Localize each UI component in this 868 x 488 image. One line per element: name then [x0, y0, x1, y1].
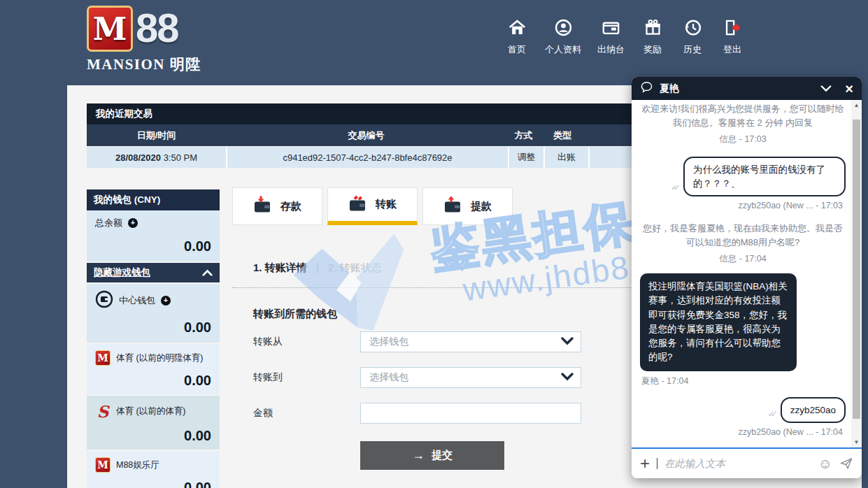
live-chat-widget: 夏艳 × 欢迎来访!我们很高兴为您提供服务，您可以随时给我们信息。客服将在 2 …	[632, 77, 862, 478]
m88-badge-icon: M	[95, 350, 111, 366]
chat-message-meta: 信息 - 17:04	[640, 253, 846, 265]
chat-header: 夏艳 ×	[632, 77, 862, 100]
wallet-item-sports-legacy: S 体育 (以前的体育) 0.00	[87, 396, 220, 450]
home-icon	[508, 18, 527, 40]
send-icon[interactable]	[839, 457, 853, 471]
amount-label: 金额	[253, 407, 360, 419]
nav-logout[interactable]: 登出	[720, 18, 744, 56]
total-balance-value: 0.00	[95, 238, 211, 254]
attach-plus-icon[interactable]: +	[640, 457, 650, 471]
transfer-steps: 1. 转账详情 | 2. 转账状态	[253, 261, 382, 275]
step-divider: |	[316, 261, 319, 275]
add-funds-icon[interactable]: +	[128, 218, 138, 228]
chat-bubble-icon	[640, 80, 653, 96]
emoji-icon[interactable]: ☺	[818, 456, 832, 472]
wallet-deposit-icon	[253, 196, 274, 217]
amount-input[interactable]	[360, 403, 581, 424]
chat-scrollbar[interactable]: ▲ ▼	[851, 100, 862, 447]
cashier-icon	[602, 18, 620, 40]
chat-minimize-button[interactable]	[820, 83, 832, 94]
transfer-from-label: 转账从	[253, 336, 360, 348]
col-txn-id: 交易编号	[226, 129, 506, 142]
wallet-item-value: 0.00	[95, 480, 211, 488]
history-icon	[683, 18, 702, 40]
chat-system-message: 欢迎来访!我们很高兴为您提供服务，您可以随时给我们信息。客服将在 2 分钟 内回…	[640, 102, 846, 129]
top-nav: 首页 个人资料 出纳台 奖励 历史 登出	[505, 18, 744, 56]
chat-user-message: ✓✓ zzyb250ao	[640, 397, 846, 424]
step-transfer-details: 1. 转账详情	[253, 261, 307, 275]
cashier-tabs: 存款 转账 提款	[232, 187, 513, 225]
add-funds-icon[interactable]: +	[161, 296, 171, 306]
read-check-icon: ✓✓	[768, 409, 776, 423]
m88-badge-icon: M	[95, 457, 111, 473]
nav-home[interactable]: 首页	[505, 18, 529, 56]
wallet-item-central: 中心钱包 + 0.00	[87, 284, 220, 343]
wallet-item-m88-casino: M M88娱乐厅 0.00	[87, 451, 220, 488]
nav-rewards[interactable]: 奖励	[641, 18, 664, 56]
chat-message-meta: 信息 - 17:03	[640, 134, 846, 145]
wallet-title: 我的钱包 (CNY)	[87, 189, 220, 210]
read-check-icon: ✓✓	[671, 182, 679, 196]
chat-text-input[interactable]	[664, 458, 811, 469]
text-caret	[657, 458, 657, 469]
col-type: 类型	[541, 129, 584, 142]
wallet-item-name: M88娱乐厅	[116, 459, 159, 471]
m88-logo-88: 88	[136, 6, 178, 50]
wallet-item-value: 0.00	[95, 373, 211, 389]
submit-button[interactable]: → 提交	[360, 441, 504, 470]
chat-message-area: 欢迎来访!我们很高兴为您提供服务，您可以随时给我们信息。客服将在 2 分钟 内回…	[632, 100, 862, 447]
tab-transfer[interactable]: 转账	[327, 187, 418, 225]
scroll-up-icon[interactable]: ▲	[854, 102, 860, 108]
cell-txn-id: c941ed92-1507-4cc2-b247-8bfe4c87692e	[227, 147, 508, 168]
tab-withdraw[interactable]: 提款	[422, 187, 513, 225]
chat-input-bar: + ☺	[632, 447, 862, 478]
chat-message-meta: zzyb250ao (New ... - 17:04	[640, 427, 846, 437]
total-balance-block: 总余额 + 0.00	[87, 210, 220, 261]
scroll-down-icon[interactable]: ▼	[854, 439, 860, 445]
chat-agent-message: 投注明陞体育美国职篮(NBA)相关赛事，达到相对应的有效投注额即可获得免费奖金3…	[640, 273, 846, 371]
chat-system-message: 您好，我是客服夏艳，现在由我来协助您。我是否可以知道您的M88用户名呢?	[640, 222, 846, 249]
hide-game-wallets-toggle[interactable]: 隐藏游戏钱包	[87, 263, 220, 282]
chat-message-meta: zzyb250ao (New ... - 17:03	[640, 201, 846, 210]
wallet-item-sports-mansion: M 体育 (以前的明陞体育) 0.00	[87, 344, 220, 394]
chat-agent-name: 夏艳	[660, 82, 814, 95]
cell-date: 28/08/2020 3:50 PM	[87, 147, 226, 168]
wallet-item-name: 中心钱包	[119, 294, 155, 307]
s-sports-icon: S	[95, 402, 111, 421]
arrow-right-icon: →	[412, 448, 425, 463]
wallet-item-name: 体育 (以前的体育)	[116, 406, 185, 417]
chevron-up-icon	[202, 268, 213, 278]
rewards-icon	[643, 18, 662, 40]
wallet-sidebar: 我的钱包 (CNY) 总余额 + 0.00 隐藏游戏钱包 中心钱包 + 0.00…	[87, 189, 220, 488]
nav-cashier[interactable]: 出纳台	[597, 18, 625, 56]
total-balance-label: 总余额	[95, 217, 122, 229]
cell-type: 出账	[545, 147, 588, 168]
chat-user-message: ✓✓ 为什么我的账号里面的钱没有了的？？？、	[640, 157, 846, 196]
transfer-from-select[interactable]: 选择钱包	[360, 331, 581, 352]
transfer-to-select[interactable]: 选择钱包	[360, 367, 581, 388]
step-transfer-status: 2. 转账状态	[328, 261, 382, 275]
chevron-down-icon	[561, 336, 574, 347]
col-date: 日期/时间	[87, 129, 226, 142]
tab-deposit[interactable]: 存款	[232, 187, 322, 225]
nav-history[interactable]: 历史	[681, 18, 704, 56]
m88-brand-text: MANSION 明陞	[87, 55, 201, 74]
wallet-item-name: 体育 (以前的明陞体育)	[116, 352, 203, 364]
profile-icon	[554, 18, 573, 40]
chat-message-meta: 夏艳 - 17:04	[640, 375, 846, 387]
central-wallet-icon	[95, 290, 113, 310]
col-method: 方式	[506, 129, 541, 142]
logout-icon	[723, 18, 742, 40]
wallet-transfer-icon	[348, 194, 369, 215]
chevron-down-icon	[561, 372, 574, 383]
wallet-withdraw-icon	[443, 196, 464, 217]
form-title: 转账到所需的钱包	[253, 308, 337, 321]
m88-logo-badge: M	[87, 6, 133, 52]
scrollbar-thumb[interactable]	[853, 120, 860, 419]
m88-logo[interactable]: M 88 MANSION 明陞	[87, 6, 201, 74]
wallet-item-value: 0.00	[95, 428, 211, 444]
transfer-to-label: 转账到	[253, 371, 360, 384]
cell-method: 调整	[509, 147, 543, 168]
nav-profile[interactable]: 个人资料	[545, 18, 581, 56]
chat-close-button[interactable]: ×	[845, 82, 853, 95]
